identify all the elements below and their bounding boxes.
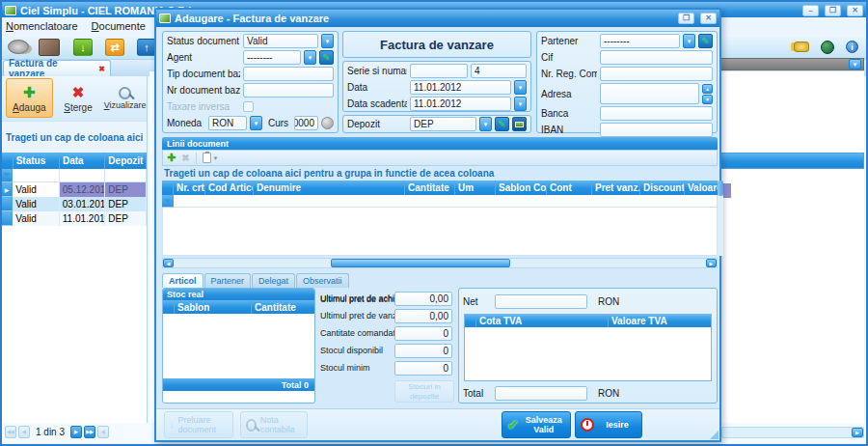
scroll-right-button[interactable]: ▶ [852, 428, 863, 437]
partener-edit-button[interactable]: ✎ [698, 34, 713, 48]
stocul-minim-field[interactable]: 0 [394, 361, 452, 376]
banca-field[interactable] [600, 106, 713, 121]
linii-filter-row[interactable] [162, 195, 718, 208]
column-um[interactable]: Um [455, 181, 496, 195]
column-status[interactable]: Status [14, 153, 60, 169]
globe-icon[interactable] [821, 41, 834, 54]
tab-close-icon[interactable]: ✖ [98, 65, 105, 73]
column-cantitate[interactable]: Cantitate [252, 300, 314, 314]
restore-button[interactable]: ❒ [825, 5, 841, 16]
cantitate-comandata-field[interactable]: 0 [394, 326, 452, 341]
column-sablon[interactable]: Sablon Co... [496, 181, 547, 195]
dialog-maximize-button[interactable]: ❒ [678, 13, 694, 24]
status-document-select[interactable]: Valid [243, 34, 318, 48]
column-data[interactable]: Data [60, 153, 105, 169]
export-button[interactable]: ↑ [137, 39, 156, 56]
adauga-button[interactable]: ✚ Adauga [6, 78, 53, 118]
total-field[interactable] [495, 386, 587, 401]
linii-vertical-scrollbar[interactable] [718, 181, 723, 256]
table-row[interactable]: Valid 11.01.2012 DEP [2, 211, 147, 226]
column-sablon[interactable]: Sablon [175, 300, 252, 314]
numar-field[interactable]: 4 [471, 64, 527, 78]
column-cont[interactable]: Cont [547, 181, 592, 195]
agent-edit-button[interactable]: ✎ [319, 50, 334, 65]
tva-grid-body[interactable] [465, 327, 711, 380]
data-field[interactable]: 11.01.2012 [410, 80, 511, 95]
depozit-dropdown-button[interactable]: ▼ [479, 117, 492, 131]
column-nr-crt[interactable]: Nr. crt [174, 181, 205, 195]
moneda-dropdown-button[interactable]: ▼ [250, 116, 262, 130]
column-discount[interactable]: Discount % [640, 181, 685, 195]
dialog-close-button[interactable]: ✕ [700, 13, 717, 24]
tab-observatii[interactable]: Observatii [296, 273, 349, 288]
tab-partener[interactable]: Partener [204, 273, 252, 288]
column-cantitate[interactable]: Cantitate [405, 181, 455, 195]
vizualizare-button[interactable]: Vizualizare [103, 78, 147, 118]
nav-prev-button[interactable]: ◀ [18, 426, 30, 438]
status-dropdown-button[interactable]: ▼ [321, 34, 334, 48]
tab-delegat[interactable]: Delegat [252, 273, 295, 288]
agent-dropdown-button[interactable]: ▼ [304, 50, 316, 65]
nav-next-button[interactable]: ▶ [70, 426, 82, 438]
tab-factura-de-vanzare[interactable]: Factura de vanzare ✖ [3, 60, 111, 76]
serie-field[interactable] [410, 64, 468, 78]
column-cod-articol[interactable]: Cod Articol [205, 181, 254, 195]
delete-line-button[interactable]: ✖ [181, 153, 189, 163]
menu-nomenclatoare[interactable]: Nomenclatoare [6, 20, 78, 32]
adresa-scroll-up[interactable]: ▲ [702, 84, 713, 94]
sterge-button[interactable]: ✖ Sterge [55, 78, 102, 118]
transfer-button[interactable]: ⇄ [105, 39, 124, 56]
preluare-document-button[interactable]: ↓ Preluare document [164, 411, 233, 438]
column-depozit[interactable]: Depozit [105, 153, 147, 169]
money-icon[interactable] [8, 40, 29, 54]
add-line-button[interactable]: ✚ [167, 152, 176, 164]
column-denumire[interactable]: Denumire [254, 181, 405, 195]
moneda-select[interactable]: RON [208, 116, 247, 130]
nr-reg-com-field[interactable] [600, 67, 713, 81]
help-icon[interactable]: i [846, 41, 858, 53]
tab-articol[interactable]: Articol [162, 273, 203, 288]
nav-first-button[interactable]: ◀◀ [5, 426, 16, 438]
linii-grid-body[interactable] [162, 208, 718, 256]
taxare-inversa-checkbox[interactable] [243, 101, 254, 112]
column-valoare[interactable]: Valoare [685, 181, 718, 195]
data-dropdown-button[interactable]: ▼ [514, 80, 527, 95]
nav-extra-button[interactable]: ◀ [97, 426, 109, 438]
partener-select[interactable]: -------- [600, 34, 680, 48]
column-pret-vanzare[interactable]: Pret vanz... [592, 181, 640, 195]
hscroll-right-button[interactable]: ▶ [706, 259, 717, 267]
curs-refresh-button[interactable] [321, 117, 334, 129]
partener-dropdown-button[interactable]: ▼ [683, 34, 695, 48]
tip-document-baza-field[interactable] [243, 67, 334, 81]
resize-grip[interactable] [710, 431, 719, 439]
nav-last-button[interactable]: ▶▶ [84, 426, 95, 438]
ultimul-pret-vanzare-field[interactable]: 0,00 [394, 309, 452, 323]
adresa-scroll-down[interactable]: ▼ [702, 95, 713, 104]
cif-field[interactable] [600, 50, 713, 65]
import-button[interactable]: ↓ [73, 39, 93, 56]
depozit-edit-button[interactable]: ✎ [495, 117, 509, 131]
stoc-real-body[interactable] [163, 314, 314, 378]
column-cota-tva[interactable]: Cota TVA [476, 315, 609, 327]
stocul-disponibil-field[interactable]: 0 [394, 344, 452, 358]
depozit-select[interactable]: DEP [410, 117, 476, 131]
linii-horizontal-scrollbar[interactable]: ◀ ▶ [162, 258, 718, 268]
curs-field[interactable]: 1,0000 [294, 116, 318, 130]
close-button[interactable]: ✕ [847, 5, 863, 16]
hscroll-left-button[interactable]: ◀ [163, 259, 174, 267]
salveaza-valid-button[interactable]: ✔ Salveaza Valid [502, 411, 571, 438]
paste-lines-button[interactable]: ▼ [203, 153, 219, 163]
iban-field[interactable] [600, 123, 713, 137]
iesire-button[interactable]: Iesire [575, 411, 642, 438]
filter-row[interactable] [2, 169, 147, 182]
column-valoare-tva[interactable]: Valoare TVA [609, 315, 711, 327]
data-scadenta-field[interactable]: 11.01.2012 [410, 97, 511, 111]
ultimul-pret-achizitie-field[interactable]: 0,00 [394, 292, 452, 306]
adresa-field[interactable] [600, 83, 699, 104]
panel-dropdown-button[interactable]: ▼ [849, 59, 861, 70]
nr-document-baza-field[interactable] [243, 83, 334, 98]
hscroll-thumb[interactable] [331, 259, 510, 267]
nota-contabila-button[interactable]: Nota contabila [240, 411, 308, 438]
table-row[interactable]: ▶ Valid 05.12.2011 DEP [2, 182, 147, 197]
package-icon[interactable] [39, 39, 60, 56]
